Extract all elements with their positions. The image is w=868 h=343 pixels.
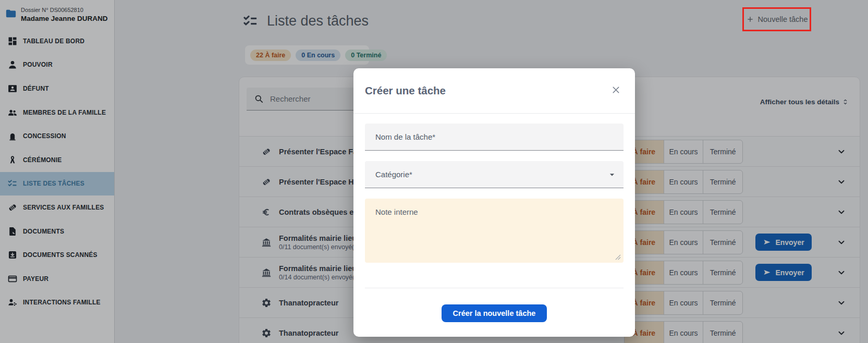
task-name-input[interactable] [365, 124, 624, 150]
internal-note-textarea[interactable] [365, 199, 624, 263]
close-button[interactable] [608, 82, 624, 99]
close-icon [610, 84, 621, 95]
app-window: Dossier N° DS00652810 Madame Jeanne DURA… [0, 0, 868, 343]
modal-header: Créer une tâche [353, 68, 635, 114]
modal-footer: Créer la nouvelle tâche [365, 288, 624, 322]
category-select[interactable] [365, 161, 624, 188]
create-task-modal: Créer une tâche Créer la nouvelle tâche [353, 68, 635, 337]
modal-body: Créer la nouvelle tâche [353, 124, 635, 322]
create-task-submit-button[interactable]: Créer la nouvelle tâche [442, 304, 547, 322]
category-field [365, 161, 624, 188]
task-name-field [365, 124, 624, 151]
internal-note-field [365, 199, 624, 263]
modal-title: Créer une tâche [365, 84, 446, 97]
